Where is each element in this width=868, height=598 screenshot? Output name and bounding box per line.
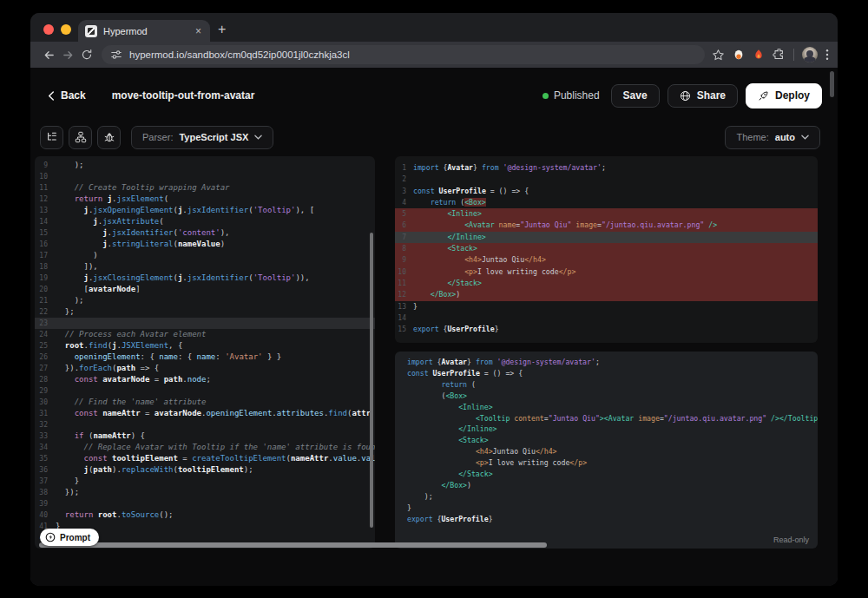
code-line: <p>I love writing code</p>	[395, 457, 818, 469]
codemod-editor-panel[interactable]: 9 );1011 // Create Tooltip wrapping Avat…	[35, 156, 375, 549]
tab-close-icon[interactable]: ×	[194, 24, 203, 38]
code-line: 36 j(path).replaceWith(tooltipElement);	[35, 464, 375, 476]
code-line: import {Avatar} from '@design-system/ava…	[395, 357, 818, 368]
toolbar-divider	[793, 49, 794, 61]
flame-extension-icon[interactable]	[753, 49, 765, 61]
code-line: 32	[35, 419, 375, 430]
code-line: 3const UserProfile = () => {	[395, 186, 818, 197]
line-number: 32	[35, 419, 56, 430]
share-button[interactable]: Share	[667, 84, 738, 108]
code-line: 11 // Create Tooltip wrapping Avatar	[35, 182, 375, 194]
code-line: 13}	[395, 301, 818, 312]
browser-tab[interactable]: Hypermod ×	[78, 20, 210, 42]
code-line: 6 <Avatar name="Juntao Qiu" image="/junt…	[395, 220, 818, 231]
chevron-left-icon	[48, 91, 55, 101]
forward-nav-button[interactable]	[58, 45, 77, 64]
code-line: </Box>)	[395, 480, 818, 491]
theme-dropdown[interactable]: Theme: auto	[725, 126, 820, 149]
code-line: (<Box>	[395, 391, 818, 402]
code-line: 25 root.find(j.JSXElement, {	[35, 340, 375, 352]
output-source-code: import {Avatar} from '@design-system/ava…	[395, 357, 818, 525]
prompt-label: Prompt	[60, 533, 90, 542]
code-line: 30 // Find the 'name' attribute	[35, 397, 375, 408]
code-line: 5 <Inline>	[395, 208, 818, 220]
kebab-menu-icon[interactable]	[825, 49, 829, 61]
code-line: 20 [avatarNode]	[35, 284, 375, 295]
code-line: return (	[395, 379, 818, 391]
parser-label: Parser:	[142, 132, 173, 142]
parser-dropdown[interactable]: Parser: TypeScript JSX	[131, 126, 273, 149]
line-number: 12	[35, 194, 56, 205]
hypermod-favicon-icon	[85, 25, 97, 37]
back-label: Back	[61, 89, 86, 102]
line-number: 39	[35, 498, 56, 509]
tree-view-button[interactable]	[40, 126, 63, 149]
deploy-label: Deploy	[775, 89, 810, 102]
code-line: 18 ]),	[35, 261, 375, 273]
line-number: 14	[35, 216, 56, 227]
line-number: 35	[35, 453, 56, 464]
code-line: 34 // Replace Avatar with Tooltip if the…	[35, 442, 375, 453]
back-button[interactable]: Back	[48, 89, 86, 102]
chevron-down-icon	[254, 135, 262, 140]
input-diff-panel[interactable]: 1import {Avatar} from '@design-system/av…	[395, 156, 818, 343]
browser-titlebar: Hypermod × +	[30, 13, 838, 42]
line-number: 15	[35, 227, 56, 239]
published-status: Published	[542, 89, 600, 102]
line-number: 20	[35, 284, 56, 295]
ast-explorer-button[interactable]	[69, 126, 92, 149]
output-panel[interactable]: import {Avatar} from '@design-system/ava…	[395, 352, 818, 549]
code-line: 22 };	[35, 306, 375, 318]
line-number: 22	[35, 306, 56, 318]
save-button[interactable]: Save	[611, 84, 660, 108]
rocket-icon	[758, 90, 769, 102]
theme-value: auto	[775, 132, 795, 142]
deploy-button[interactable]: Deploy	[746, 83, 822, 108]
line-number: 31	[35, 408, 56, 419]
line-number: 19	[35, 273, 56, 284]
line-number: 7	[395, 232, 413, 243]
code-line: 40 return root.toSource();	[35, 509, 375, 521]
line-number: 18	[35, 261, 56, 273]
code-line: 26 openingElement: { name: { name: 'Avat…	[35, 352, 375, 363]
code-line: 10	[35, 171, 375, 182]
theme-label: Theme:	[736, 132, 768, 142]
line-number: 5	[395, 208, 413, 220]
line-number: 17	[35, 250, 56, 261]
code-line: <h4>Juntao Qiu</h4>	[395, 446, 818, 457]
extension-badge-icon[interactable]	[733, 49, 745, 61]
code-line: 1import {Avatar} from '@design-system/av…	[395, 162, 818, 174]
url-bar[interactable]: hypermod.io/sandbox/cm0qd52ip0001jl0czhk…	[102, 45, 705, 64]
reload-button[interactable]	[77, 45, 96, 64]
bookmark-star-icon[interactable]	[712, 49, 725, 62]
codemod-source-code[interactable]: 9 );1011 // Create Tooltip wrapping Avat…	[35, 160, 375, 543]
editor-vertical-scrollbar[interactable]	[370, 233, 373, 528]
minimize-window-button[interactable]	[61, 24, 71, 35]
horizontal-scrollbar[interactable]	[35, 541, 818, 549]
line-number: 27	[35, 363, 56, 374]
profile-avatar[interactable]	[802, 47, 818, 62]
editor-toolbar: Parser: TypeScript JSX Theme: auto	[40, 125, 820, 149]
new-tab-button[interactable]: +	[218, 23, 226, 36]
tab-title: Hypermod	[103, 26, 194, 36]
horizontal-scrollbar-thumb[interactable]	[39, 542, 547, 548]
prompt-button[interactable]: Prompt	[40, 529, 99, 546]
line-number: 8	[395, 243, 413, 254]
page-vertical-scrollbar-thumb[interactable]	[830, 71, 834, 97]
debug-button[interactable]	[97, 126, 121, 149]
code-line: 4 return (<Box>	[395, 197, 818, 208]
close-window-button[interactable]	[43, 24, 54, 35]
code-line: 31 const nameAttr = avatarNode.openingEl…	[35, 408, 375, 419]
back-nav-button[interactable]	[39, 45, 58, 64]
code-line: 8 <Stack>	[395, 243, 818, 254]
line-number: 10	[395, 266, 413, 278]
line-number: 12	[395, 289, 413, 300]
line-number: 37	[35, 476, 56, 487]
line-number: 24	[35, 329, 56, 340]
code-line: export {UserProfile}	[395, 514, 818, 525]
extensions-puzzle-icon[interactable]	[773, 49, 786, 62]
site-info-icon[interactable]	[110, 49, 122, 61]
code-line: 27 }).forEach(path => {	[35, 363, 375, 374]
line-number: 3	[395, 186, 413, 197]
code-line: 28 const avatarNode = path.node;	[35, 374, 375, 385]
